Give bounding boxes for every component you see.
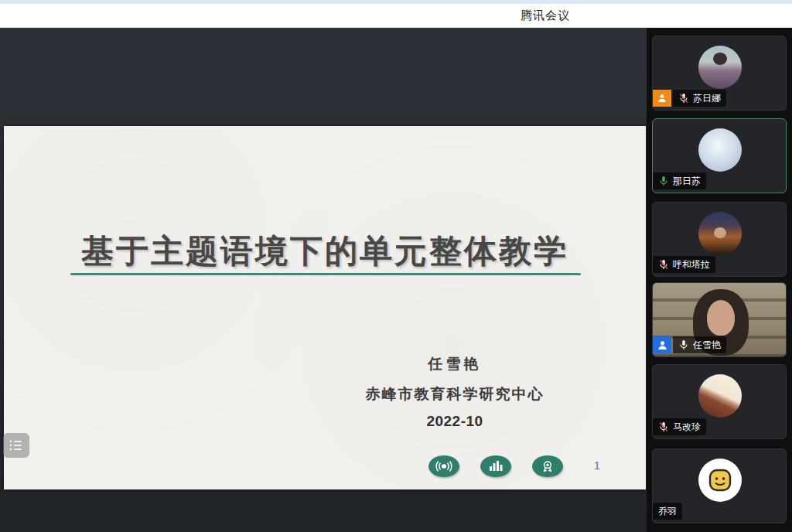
avatar <box>698 46 742 89</box>
participant-name: 任雪艳 <box>693 339 721 352</box>
participant-name: 马改珍 <box>673 421 701 434</box>
sharing-person-icon <box>653 336 671 353</box>
medal-icon <box>532 455 563 477</box>
presenter-name: 任雪艳 <box>353 354 556 374</box>
mic-muted-icon <box>678 93 689 104</box>
window-titlebar: 腾讯会议 <box>0 4 792 28</box>
participant-sidebar: 苏日娜 那日苏 <box>647 28 792 532</box>
presentation-slide: 基于主题语境下的单元整体教学 任雪艳 赤峰市教育科学研究中心 2022-10 <box>4 126 646 489</box>
meeting-window: 腾讯会议 基于主题语境下的单元整体教学 任雪艳 赤峰市教育科学研究中心 2022… <box>0 0 792 532</box>
participant-tile[interactable]: 乔羽 <box>652 448 787 523</box>
presenter-block: 任雪艳 赤峰市教育科学研究中心 2022-10 <box>353 354 556 430</box>
participant-tile[interactable]: 那日苏 <box>652 118 787 193</box>
participant-name: 呼和塔拉 <box>673 258 710 271</box>
participant-nameplate: 苏日娜 <box>673 90 726 107</box>
slide-list-toggle-button[interactable] <box>3 433 29 458</box>
avatar <box>698 374 742 418</box>
mic-on-icon <box>678 339 689 350</box>
participant-name: 苏日娜 <box>693 92 721 105</box>
participant-nameplate: 那日苏 <box>653 172 706 189</box>
slide-title-underline <box>70 273 581 275</box>
slide-title: 基于主题语境下的单元整体教学 <box>4 230 646 273</box>
host-person-icon <box>653 90 671 107</box>
avatar <box>698 212 742 255</box>
mic-muted-icon <box>658 421 669 432</box>
avatar-smiley-icon <box>698 459 742 502</box>
participant-tile[interactable]: 马改珍 <box>652 364 787 439</box>
shared-screen-region: 基于主题语境下的单元整体教学 任雪艳 赤峰市教育科学研究中心 2022-10 <box>0 28 647 532</box>
slide-footer-icons <box>428 455 563 477</box>
participant-tile[interactable]: 任雪艳 <box>652 282 787 357</box>
participant-nameplate: 乔羽 <box>653 503 682 520</box>
participant-nameplate: 任雪艳 <box>673 336 726 353</box>
window-title: 腾讯会议 <box>499 9 592 23</box>
participant-name: 乔羽 <box>658 505 677 518</box>
broadcast-icon <box>428 455 459 477</box>
avatar <box>698 128 742 172</box>
participant-nameplate: 马改珍 <box>653 418 706 435</box>
bar-chart-icon <box>480 455 511 477</box>
participant-nameplate: 呼和塔拉 <box>653 256 715 273</box>
slide-page-number: 1 <box>585 459 609 472</box>
slide-date: 2022-10 <box>353 413 556 430</box>
participant-tile[interactable]: 呼和塔拉 <box>652 202 787 277</box>
mic-speaking-icon <box>658 176 669 186</box>
participant-name: 那日苏 <box>673 175 701 188</box>
presenter-organization: 赤峰市教育科学研究中心 <box>353 384 556 404</box>
mic-muted-icon <box>658 259 669 270</box>
participant-tile[interactable]: 苏日娜 <box>652 36 787 111</box>
